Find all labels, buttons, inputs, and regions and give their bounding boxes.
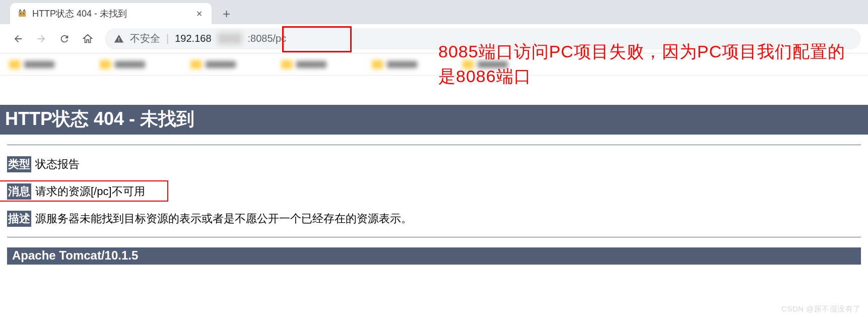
divider	[7, 237, 861, 237]
forward-button[interactable]	[30, 28, 52, 50]
description-row: 描述 源服务器未能找到目标资源的表示或者是不愿公开一个已经存在的资源表示。	[0, 211, 868, 227]
separator: |	[166, 33, 169, 44]
url-path: :8085/pc	[248, 33, 287, 44]
svg-rect-0	[19, 12, 26, 17]
home-button[interactable]	[77, 28, 99, 50]
bookmark-folder[interactable]	[100, 60, 145, 69]
security-status: 不安全	[130, 32, 160, 45]
divider	[7, 145, 861, 145]
bookmark-folder[interactable]	[190, 60, 236, 69]
message-value: 请求的资源[/pc]不可用	[35, 184, 145, 199]
bookmark-folder[interactable]	[372, 60, 417, 69]
description-value: 源服务器未能找到目标资源的表示或者是不愿公开一个已经存在的资源表示。	[35, 211, 412, 226]
url-redacted: xxxx	[218, 33, 242, 44]
address-bar[interactable]: 不安全 | 192.168 xxxx :8085/pc	[105, 28, 861, 49]
browser-toolbar: 不安全 | 192.168 xxxx :8085/pc	[0, 24, 868, 53]
bookmarks-bar	[0, 53, 868, 76]
url-annotation-box	[282, 26, 352, 52]
watermark: CSDN @尿不湿没有了	[781, 304, 861, 314]
page-content: HTTP状态 404 - 未找到 类型 状态报告 消息 请求的资源[/pc]不可…	[0, 105, 868, 265]
svg-point-2	[23, 13, 24, 14]
tab-title: HTTP状态 404 - 未找到	[32, 8, 189, 20]
not-secure-icon	[114, 34, 124, 44]
type-label: 类型	[7, 156, 31, 172]
svg-point-1	[20, 13, 21, 14]
close-tab-icon[interactable]: ✕	[194, 7, 205, 21]
browser-tab[interactable]: HTTP状态 404 - 未找到 ✕	[10, 3, 212, 24]
browser-tab-bar: HTTP状态 404 - 未找到 ✕ +	[0, 0, 868, 24]
bookmark-folder[interactable]	[281, 60, 326, 69]
server-footer: Apache Tomcat/10.1.5	[7, 247, 861, 265]
reload-button[interactable]	[53, 28, 76, 50]
new-tab-button[interactable]: +	[212, 3, 241, 24]
url-host: 192.168	[175, 33, 211, 44]
error-heading: HTTP状态 404 - 未找到	[0, 105, 868, 135]
back-button[interactable]	[7, 28, 29, 50]
type-value: 状态报告	[35, 157, 80, 172]
description-label: 描述	[7, 211, 31, 227]
message-row: 消息 请求的资源[/pc]不可用	[0, 183, 868, 200]
message-label: 消息	[7, 183, 31, 200]
type-row: 类型 状态报告	[0, 156, 868, 172]
bookmark-folder[interactable]	[462, 60, 508, 69]
bookmark-folder[interactable]	[9, 60, 54, 69]
tomcat-favicon	[17, 9, 27, 19]
